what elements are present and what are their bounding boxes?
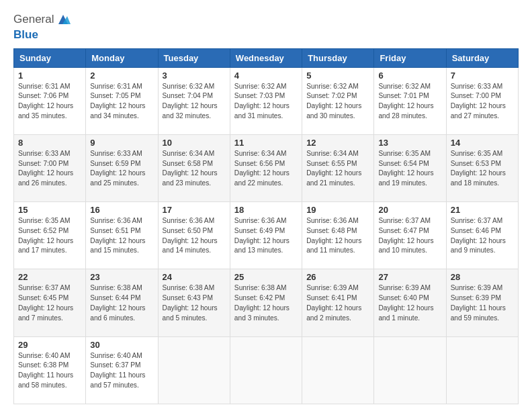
day-cell: 5Sunrise: 6:32 AMSunset: 7:02 PMDaylight… xyxy=(302,67,374,134)
week-row-4: 22Sunrise: 6:37 AMSunset: 6:45 PMDayligh… xyxy=(14,269,519,336)
day-number: 15 xyxy=(18,205,81,215)
day-info: Sunrise: 6:39 AMSunset: 6:41 PMDaylight:… xyxy=(306,283,369,323)
day-cell: 6Sunrise: 6:32 AMSunset: 7:01 PMDaylight… xyxy=(374,67,446,134)
day-cell xyxy=(374,336,446,404)
weekday-wednesday: Wednesday xyxy=(230,48,302,67)
day-info: Sunrise: 6:40 AMSunset: 6:37 PMDaylight:… xyxy=(90,351,153,391)
page: General Blue SundayMondayTuesdayWednesda… xyxy=(0,0,532,411)
day-cell: 16Sunrise: 6:36 AMSunset: 6:51 PMDayligh… xyxy=(86,202,158,269)
week-row-2: 8Sunrise: 6:33 AMSunset: 7:00 PMDaylight… xyxy=(14,134,519,201)
day-number: 22 xyxy=(18,272,81,282)
day-cell: 26Sunrise: 6:39 AMSunset: 6:41 PMDayligh… xyxy=(302,269,374,336)
day-cell: 1Sunrise: 6:31 AMSunset: 7:06 PMDaylight… xyxy=(14,67,86,134)
day-cell: 7Sunrise: 6:33 AMSunset: 7:00 PMDaylight… xyxy=(446,67,518,134)
logo-text: General Blue xyxy=(13,12,71,42)
calendar-table: SundayMondayTuesdayWednesdayThursdayFrid… xyxy=(13,48,519,404)
weekday-sunday: Sunday xyxy=(14,48,86,67)
day-cell: 23Sunrise: 6:38 AMSunset: 6:44 PMDayligh… xyxy=(86,269,158,336)
day-info: Sunrise: 6:39 AMSunset: 6:39 PMDaylight:… xyxy=(451,283,514,323)
day-info: Sunrise: 6:35 AMSunset: 6:54 PMDaylight:… xyxy=(378,149,441,189)
day-number: 13 xyxy=(378,138,441,148)
day-info: Sunrise: 6:32 AMSunset: 7:02 PMDaylight:… xyxy=(306,82,369,122)
day-info: Sunrise: 6:32 AMSunset: 7:04 PMDaylight:… xyxy=(163,82,226,122)
day-cell: 8Sunrise: 6:33 AMSunset: 7:00 PMDaylight… xyxy=(14,134,86,201)
day-cell xyxy=(230,336,302,404)
day-info: Sunrise: 6:36 AMSunset: 6:49 PMDaylight:… xyxy=(234,216,298,256)
day-number: 5 xyxy=(306,71,369,81)
day-info: Sunrise: 6:32 AMSunset: 7:03 PMDaylight:… xyxy=(234,82,298,122)
day-cell: 27Sunrise: 6:39 AMSunset: 6:40 PMDayligh… xyxy=(374,269,446,336)
weekday-friday: Friday xyxy=(374,48,446,67)
day-cell: 10Sunrise: 6:34 AMSunset: 6:58 PMDayligh… xyxy=(158,134,230,201)
day-cell: 17Sunrise: 6:36 AMSunset: 6:50 PMDayligh… xyxy=(158,202,230,269)
day-cell: 21Sunrise: 6:37 AMSunset: 6:46 PMDayligh… xyxy=(446,202,518,269)
day-cell: 4Sunrise: 6:32 AMSunset: 7:03 PMDaylight… xyxy=(230,67,302,134)
week-row-3: 15Sunrise: 6:35 AMSunset: 6:52 PMDayligh… xyxy=(14,202,519,269)
day-cell: 15Sunrise: 6:35 AMSunset: 6:52 PMDayligh… xyxy=(14,202,86,269)
day-number: 24 xyxy=(163,272,226,282)
day-info: Sunrise: 6:33 AMSunset: 6:59 PMDaylight:… xyxy=(90,149,153,189)
day-cell: 9Sunrise: 6:33 AMSunset: 6:59 PMDaylight… xyxy=(86,134,158,201)
day-cell: 28Sunrise: 6:39 AMSunset: 6:39 PMDayligh… xyxy=(446,269,518,336)
day-info: Sunrise: 6:37 AMSunset: 6:46 PMDaylight:… xyxy=(451,216,514,256)
day-cell: 18Sunrise: 6:36 AMSunset: 6:49 PMDayligh… xyxy=(230,202,302,269)
day-number: 29 xyxy=(18,340,81,350)
day-cell: 22Sunrise: 6:37 AMSunset: 6:45 PMDayligh… xyxy=(14,269,86,336)
day-cell: 24Sunrise: 6:38 AMSunset: 6:43 PMDayligh… xyxy=(158,269,230,336)
day-cell: 29Sunrise: 6:40 AMSunset: 6:38 PMDayligh… xyxy=(14,336,86,404)
day-number: 27 xyxy=(378,272,441,282)
day-info: Sunrise: 6:33 AMSunset: 7:00 PMDaylight:… xyxy=(18,149,81,189)
day-info: Sunrise: 6:40 AMSunset: 6:38 PMDaylight:… xyxy=(18,351,81,391)
day-cell: 20Sunrise: 6:37 AMSunset: 6:47 PMDayligh… xyxy=(374,202,446,269)
day-number: 16 xyxy=(90,205,153,215)
day-info: Sunrise: 6:31 AMSunset: 7:05 PMDaylight:… xyxy=(90,82,153,122)
weekday-monday: Monday xyxy=(86,48,158,67)
day-cell: 19Sunrise: 6:36 AMSunset: 6:48 PMDayligh… xyxy=(302,202,374,269)
day-info: Sunrise: 6:37 AMSunset: 6:45 PMDaylight:… xyxy=(18,283,81,323)
day-info: Sunrise: 6:37 AMSunset: 6:47 PMDaylight:… xyxy=(378,216,441,256)
day-info: Sunrise: 6:35 AMSunset: 6:53 PMDaylight:… xyxy=(451,149,514,189)
header: General Blue xyxy=(13,12,519,42)
logo: General Blue xyxy=(13,12,71,42)
day-info: Sunrise: 6:34 AMSunset: 6:56 PMDaylight:… xyxy=(234,149,298,189)
day-number: 11 xyxy=(234,138,298,148)
day-number: 2 xyxy=(90,71,153,81)
weekday-saturday: Saturday xyxy=(446,48,518,67)
day-number: 4 xyxy=(234,71,298,81)
day-info: Sunrise: 6:35 AMSunset: 6:52 PMDaylight:… xyxy=(18,216,81,256)
day-number: 8 xyxy=(18,138,81,148)
day-number: 25 xyxy=(234,272,298,282)
day-info: Sunrise: 6:38 AMSunset: 6:42 PMDaylight:… xyxy=(234,283,298,323)
day-info: Sunrise: 6:32 AMSunset: 7:01 PMDaylight:… xyxy=(378,82,441,122)
day-info: Sunrise: 6:34 AMSunset: 6:58 PMDaylight:… xyxy=(163,149,226,189)
weekday-thursday: Thursday xyxy=(302,48,374,67)
day-number: 14 xyxy=(451,138,514,148)
day-info: Sunrise: 6:31 AMSunset: 7:06 PMDaylight:… xyxy=(18,82,81,122)
day-info: Sunrise: 6:34 AMSunset: 6:55 PMDaylight:… xyxy=(306,149,369,189)
day-number: 26 xyxy=(306,272,369,282)
day-cell: 14Sunrise: 6:35 AMSunset: 6:53 PMDayligh… xyxy=(446,134,518,201)
day-info: Sunrise: 6:36 AMSunset: 6:51 PMDaylight:… xyxy=(90,216,153,256)
logo-blue: Blue xyxy=(13,28,71,42)
day-cell: 2Sunrise: 6:31 AMSunset: 7:05 PMDaylight… xyxy=(86,67,158,134)
day-info: Sunrise: 6:38 AMSunset: 6:44 PMDaylight:… xyxy=(90,283,153,323)
day-number: 21 xyxy=(451,205,514,215)
day-cell: 25Sunrise: 6:38 AMSunset: 6:42 PMDayligh… xyxy=(230,269,302,336)
day-number: 1 xyxy=(18,71,81,81)
day-number: 6 xyxy=(378,71,441,81)
week-row-5: 29Sunrise: 6:40 AMSunset: 6:38 PMDayligh… xyxy=(14,336,519,404)
day-number: 18 xyxy=(234,205,298,215)
weekday-header-row: SundayMondayTuesdayWednesdayThursdayFrid… xyxy=(14,48,519,67)
day-cell: 30Sunrise: 6:40 AMSunset: 6:37 PMDayligh… xyxy=(86,336,158,404)
day-number: 9 xyxy=(90,138,153,148)
weekday-tuesday: Tuesday xyxy=(158,48,230,67)
day-info: Sunrise: 6:36 AMSunset: 6:48 PMDaylight:… xyxy=(306,216,369,256)
day-number: 28 xyxy=(451,272,514,282)
day-cell xyxy=(302,336,374,404)
day-cell xyxy=(446,336,518,404)
day-info: Sunrise: 6:33 AMSunset: 7:00 PMDaylight:… xyxy=(451,82,514,122)
day-number: 30 xyxy=(90,340,153,350)
day-number: 12 xyxy=(306,138,369,148)
logo-icon xyxy=(56,12,71,27)
logo-general: General xyxy=(13,13,54,26)
